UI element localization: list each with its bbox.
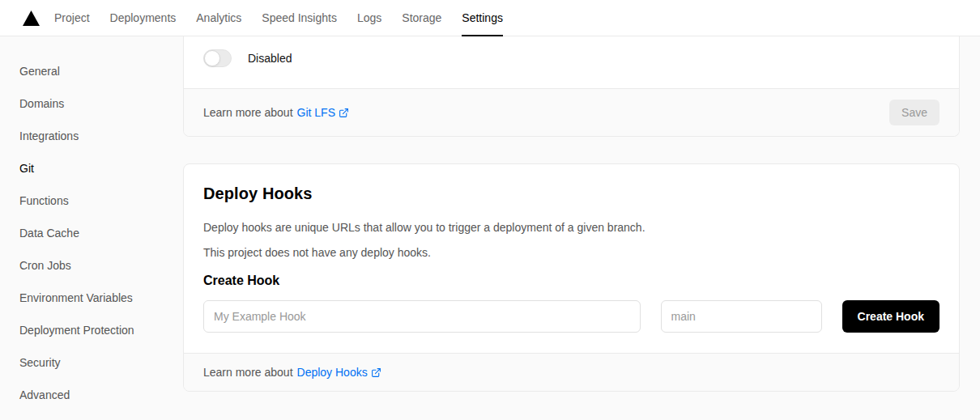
project-nav-tabs: Project Deployments Analytics Speed Insi… <box>54 0 503 36</box>
footer-note-prefix: Learn more about <box>203 366 293 379</box>
git-lfs-link-label: Git LFS <box>297 106 335 119</box>
deploy-hooks-link[interactable]: Deploy Hooks <box>297 366 381 379</box>
deploy-hooks-description: Deploy hooks are unique URLs that allow … <box>203 219 940 235</box>
sidebar-item-security[interactable]: Security <box>0 346 183 379</box>
git-lfs-toggle-row: Disabled <box>203 49 940 67</box>
settings-page: General Domains Integrations Git Functio… <box>0 36 980 420</box>
git-lfs-footer-note: Learn more about Git LFS <box>203 106 349 119</box>
sidebar-item-git[interactable]: Git <box>0 152 183 185</box>
deploy-hooks-card-footer: Learn more about Deploy Hooks <box>184 353 959 391</box>
sidebar-item-domains[interactable]: Domains <box>0 87 183 120</box>
deploy-hooks-card-body: Deploy Hooks Deploy hooks are unique URL… <box>184 164 959 353</box>
create-hook-heading: Create Hook <box>203 273 940 289</box>
create-hook-form: Create Hook <box>203 300 940 333</box>
nav-tab-analytics[interactable]: Analytics <box>196 0 241 36</box>
deploy-hooks-empty-state: This project does not have any deploy ho… <box>203 244 940 261</box>
footer-note-prefix: Learn more about <box>203 106 293 119</box>
vercel-logo[interactable] <box>23 0 40 36</box>
sidebar-item-data-cache[interactable]: Data Cache <box>0 217 183 249</box>
toggle-knob <box>204 50 220 66</box>
top-nav: Project Deployments Analytics Speed Insi… <box>0 0 980 36</box>
nav-tab-project[interactable]: Project <box>54 0 90 36</box>
hook-name-input[interactable] <box>203 300 641 333</box>
deploy-hooks-footer-note: Learn more about Deploy Hooks <box>203 366 381 379</box>
save-button[interactable]: Save <box>889 100 940 125</box>
sidebar-item-deployment-protection[interactable]: Deployment Protection <box>0 314 183 346</box>
nav-tab-speed-insights[interactable]: Speed Insights <box>262 0 337 36</box>
settings-sidebar: General Domains Integrations Git Functio… <box>0 36 183 411</box>
deploy-hooks-link-label: Deploy Hooks <box>297 366 368 379</box>
vercel-triangle-icon <box>23 11 40 26</box>
deploy-hooks-card: Deploy Hooks Deploy hooks are unique URL… <box>183 163 960 392</box>
sidebar-item-cron-jobs[interactable]: Cron Jobs <box>0 249 183 282</box>
git-lfs-toggle-switch[interactable] <box>203 49 232 67</box>
sidebar-item-environment-variables[interactable]: Environment Variables <box>0 282 183 314</box>
git-lfs-card: Disabled Learn more about Git LFS Sa <box>183 36 960 137</box>
nav-tab-storage[interactable]: Storage <box>402 0 441 36</box>
create-hook-button[interactable]: Create Hook <box>842 300 940 333</box>
external-link-icon <box>371 367 381 378</box>
toggle-state-label: Disabled <box>248 52 292 65</box>
nav-tab-deployments[interactable]: Deployments <box>110 0 177 36</box>
external-link-icon <box>339 108 349 118</box>
nav-tab-settings[interactable]: Settings <box>462 0 503 36</box>
hook-branch-input[interactable] <box>661 300 822 333</box>
sidebar-item-functions[interactable]: Functions <box>0 185 183 217</box>
git-lfs-link[interactable]: Git LFS <box>297 106 349 119</box>
git-lfs-card-body: Disabled <box>184 36 959 88</box>
sidebar-item-integrations[interactable]: Integrations <box>0 120 183 152</box>
sidebar-item-general[interactable]: General <box>0 55 183 87</box>
settings-content: Disabled Learn more about Git LFS Sa <box>183 36 960 392</box>
git-lfs-card-footer: Learn more about Git LFS Save <box>184 88 959 136</box>
nav-tab-logs[interactable]: Logs <box>357 0 381 36</box>
sidebar-item-advanced[interactable]: Advanced <box>0 379 183 411</box>
deploy-hooks-title: Deploy Hooks <box>203 184 940 204</box>
